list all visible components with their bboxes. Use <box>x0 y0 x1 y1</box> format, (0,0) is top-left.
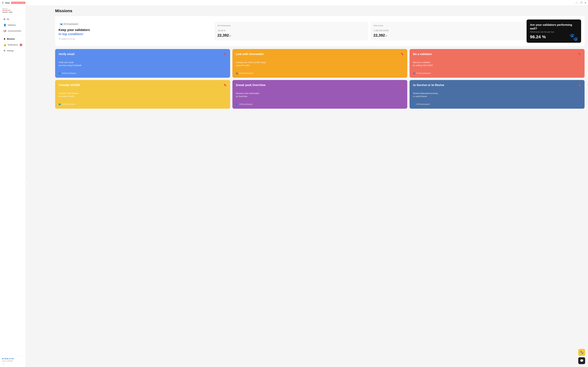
block-info: Block 1394390 <box>2 360 23 362</box>
participants-count-survive: 3,839 participants <box>416 103 430 105</box>
validator-performance-card: Are your validators performing well? Per… <box>527 19 581 43</box>
perf-rank: 22,392nd <box>217 33 365 38</box>
participants-icon-link: 👥 <box>236 72 238 74</box>
missions-grid: Verify email 🔖 Verify your email and sta… <box>55 49 585 109</box>
income-label: Total income <box>373 25 521 27</box>
account-section: Account Ethanosed 0xe23d...a409 <box>0 6 26 15</box>
bookmark-icon-sneak-peek: 🔖 <box>401 83 404 87</box>
sidebar-footer: Node is live Block 1394390 → <box>0 356 26 367</box>
income-rank-unit: nd <box>385 35 387 37</box>
perf-rank-unit: nd <box>229 35 231 37</box>
participants-icon-verify-email: 👥 <box>59 72 61 74</box>
bookmark-icon-be-validator: 🔖 <box>578 52 581 56</box>
performance-card: 24h Performance 83.48% 22,392nd <box>215 22 368 41</box>
mission-card-verify-email[interactable]: Verify email 🔖 Verify your email and sta… <box>55 49 230 78</box>
sidebar-item-missions[interactable]: ★ Missions <box>1 36 25 42</box>
stats-headline: Keep your validators in top condition! <box>59 28 212 36</box>
perf-value: 83.48% <box>217 28 365 32</box>
mission-desc-verify-email: Verify your email and start using OverNo… <box>59 61 227 67</box>
beta-badge: Open beta Testnet <box>11 2 26 4</box>
stats-headline-line1: Keep your validators <box>59 28 212 32</box>
stats-section: 👥 29,742 participants Keep your validato… <box>55 16 585 46</box>
bookmark-icon-link-overwallet: 🔖 <box>401 52 404 56</box>
participants-count-verify-email: 58,849 participants <box>62 72 76 74</box>
navigate-button[interactable]: → <box>2 363 5 365</box>
mission-desc-sneak-peek: Discover more information on OverView <box>236 92 404 98</box>
stats-main: 👥 29,742 participants Keep your validato… <box>59 23 212 40</box>
income-rank: 22,392nd <box>373 33 521 38</box>
titlebar-left: ☰ Over Open beta Testnet <box>2 1 25 4</box>
bookmark-icon-survive-revive: 🔖 <box>578 83 581 87</box>
minimize-button[interactable]: — <box>576 1 578 4</box>
sidebar-item-my[interactable]: ⊞ My <box>1 16 25 22</box>
sidebar: Account Ethanosed 0xe23d...a409 ⊞ My 👤 V… <box>0 0 26 367</box>
bookmark-icon-verify-email: 🔖 <box>224 52 227 56</box>
participants-count: 29,742 participants <box>63 23 78 25</box>
mission-desc-survive-revive: Restore Etanosed accounts, or avoid Etan… <box>413 92 581 98</box>
mission-card-survive-revive[interactable]: to Survive or to Revive 🔖 Restore Etanos… <box>410 80 585 109</box>
validator-card-title: Are your validators performing well? <box>530 23 578 30</box>
mission-title-verify-email: Verify email <box>59 52 75 56</box>
node-status-label: Node is live <box>4 358 14 360</box>
mission-title-survive-revive: to Survive or to Revive <box>413 83 444 87</box>
sidebar-item-label-missions: Missions <box>7 38 15 40</box>
mission-desc-link-overwallet: Change your node's profile image using t… <box>236 61 404 67</box>
mission-card-header-link: Link with Overwallet 🔖 <box>236 52 404 56</box>
mission-footer-survive-revive: 👥 3,839 participants <box>413 103 581 105</box>
my-icon: ⊞ <box>3 18 5 20</box>
mission-footer-transfer-tover: 👥 3,839 participants <box>59 103 227 105</box>
node-dot <box>2 358 3 359</box>
mission-title-sneak-peek: Sneak peek OverView <box>236 83 265 87</box>
mission-card-be-validator[interactable]: Be a validator 🔖 Become a validator by s… <box>410 49 585 78</box>
stats-headline-line2: in top condition! <box>59 32 212 36</box>
chat-fab-button[interactable]: 💬 <box>578 357 585 364</box>
income-value: 2.387239OVER <box>373 28 521 32</box>
participants-icon: 👥 <box>60 23 62 25</box>
participants-count-sneak: 3,839 participants <box>239 103 253 105</box>
updated-text: updated 20 min ago <box>61 38 75 40</box>
mission-card-sneak-peek[interactable]: Sneak peek OverView 🔖 Discover more info… <box>233 80 407 109</box>
sidebar-item-label-my: My <box>7 18 9 20</box>
account-label: Account <box>2 8 23 9</box>
mission-card-transfer-tover[interactable]: Transfer tOVER 🔖 Use the 'Send' feature … <box>55 80 230 109</box>
notifications-badge: 3 <box>20 44 22 46</box>
notifications-icon: 🔔 <box>3 43 6 46</box>
fab-container: 🐾 💬 <box>578 349 585 364</box>
mission-footer-be-validator: 👥 45,748 participants <box>413 72 581 74</box>
mission-footer-link-overwallet: 👥 58,364 participants <box>236 72 404 74</box>
participants-icon-validator: 👥 <box>413 72 415 74</box>
mission-footer-verify-email: 👥 58,849 participants <box>59 72 227 74</box>
participants-count-validator: 45,748 participants <box>416 72 431 74</box>
mission-card-header-transfer: Transfer tOVER 🔖 <box>59 83 227 87</box>
mission-card-header-sneak: Sneak peek OverView 🔖 <box>236 83 404 87</box>
participants-count-transfer: 3,839 participants <box>62 103 75 105</box>
bookmark-icon-transfer-tover: 🔖 <box>224 83 227 87</box>
sidebar-item-label-notifications: Notifications <box>8 44 18 46</box>
mission-title-link-overwallet: Link with Overwallet <box>236 52 264 56</box>
mission-title-be-validator: Be a validator <box>413 52 432 56</box>
sidebar-collapse-button[interactable]: ‹ <box>24 182 27 185</box>
participants-icon-survive: 👥 <box>413 103 415 105</box>
menu-button[interactable]: ☰ <box>2 1 4 4</box>
sidebar-item-label-announcements: Announcements <box>8 30 21 32</box>
mission-desc-be-validator: Become a validator by staking 256 tOVER <box>413 61 581 67</box>
mission-card-link-overwallet[interactable]: Link with Overwallet 🔖 Change your node'… <box>233 49 407 78</box>
clock-icon: 🕐 <box>59 38 61 40</box>
sidebar-item-label-validators: Validators <box>8 24 16 26</box>
mission-desc-transfer-tover: Use the 'Send' feature to transfer tOVER <box>59 92 227 98</box>
maximize-button[interactable]: ❐ <box>580 1 582 4</box>
account-name: Ethanosed <box>2 9 23 11</box>
page-title: Missions <box>55 8 585 13</box>
close-button[interactable]: ✕ <box>584 1 586 4</box>
sidebar-item-validators[interactable]: 👤 Validators <box>1 22 25 28</box>
sidebar-item-notifications[interactable]: 🔔 Notifications 3 <box>1 42 25 48</box>
perf-label: 24h Performance <box>217 25 365 27</box>
validators-icon: 👤 <box>3 24 6 26</box>
validator-card-subtitle: Performance over the past hour <box>530 31 578 33</box>
mission-title-transfer-tover: Transfer tOVER <box>59 83 80 87</box>
sidebar-item-settings[interactable]: ⚙ Settings <box>1 48 25 53</box>
sidebar-item-announcements[interactable]: 📢 Announcements <box>1 28 25 34</box>
app-title: Over <box>5 2 10 4</box>
paw-fab-button[interactable]: 🐾 <box>578 349 585 356</box>
announcements-icon: 📢 <box>3 30 6 32</box>
